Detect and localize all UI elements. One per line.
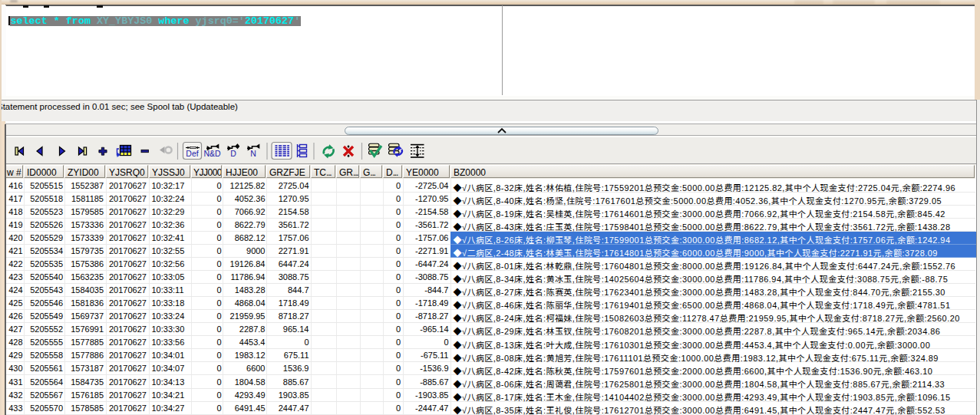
svg-text:Def: Def bbox=[186, 149, 198, 158]
svg-text:D: D bbox=[230, 149, 236, 158]
svg-text:N&D: N&D bbox=[203, 149, 221, 158]
svg-text:N: N bbox=[250, 149, 256, 158]
